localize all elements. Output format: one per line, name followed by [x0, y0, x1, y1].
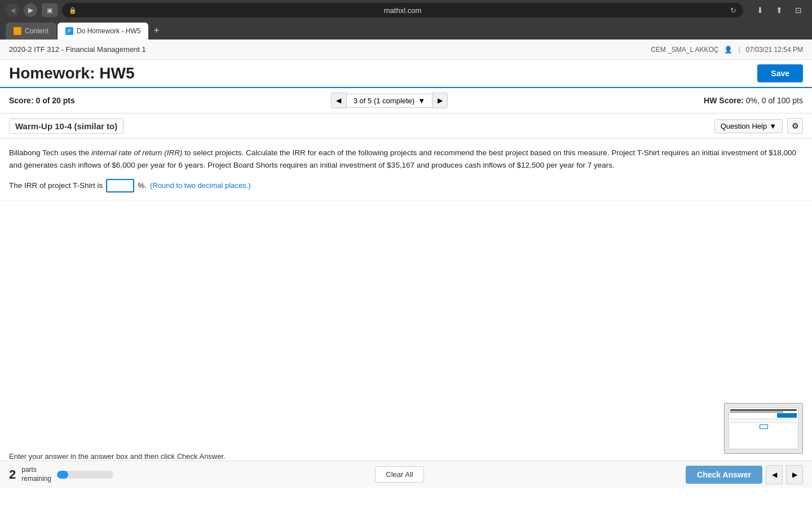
- problem-text: Billabong Tech uses the internal rate of…: [9, 147, 803, 171]
- content-tab-icon: 🟧: [14, 27, 21, 35]
- nav-dropdown-icon: ▼: [418, 97, 425, 105]
- hw-score-display: HW Score: 0%, 0 of 100 pts: [704, 96, 803, 105]
- url-bar[interactable]: 🔒 mathxl.com ↻: [62, 3, 743, 17]
- hint-text: Enter your answer in the answer box and …: [9, 452, 226, 461]
- progress-bar: [57, 471, 113, 479]
- header-divider: |: [738, 46, 740, 54]
- hw-score-label: HW Score:: [704, 96, 744, 105]
- bottom-hint: Enter your answer in the answer box and …: [9, 452, 226, 461]
- prev-question-button[interactable]: ◀: [331, 93, 347, 108]
- check-answer-button[interactable]: Check Answer: [686, 466, 762, 484]
- clear-all-button[interactable]: Clear All: [375, 466, 423, 483]
- download-button[interactable]: ⬇: [752, 3, 768, 17]
- score-value: 0 of 20 pts: [36, 96, 74, 105]
- browser-tabs: 🟧 Content P Do Homework - HW5 +: [0, 20, 812, 40]
- parts-remaining-number: 2: [9, 467, 16, 482]
- footer-next-button[interactable]: ▶: [786, 465, 803, 484]
- score-bar: Score: 0 of 20 pts ◀ 3 of 5 (1 complete)…: [0, 88, 812, 113]
- irr-answer-input[interactable]: [106, 179, 134, 192]
- footer-prev-button[interactable]: ◀: [766, 465, 783, 484]
- tab-content-label: Content: [25, 27, 48, 35]
- lock-icon: 🔒: [69, 7, 77, 14]
- sidebar-button[interactable]: ▣: [42, 3, 58, 17]
- footer-right: Check Answer ◀ ▶: [686, 465, 803, 484]
- progress-bar-fill: [57, 471, 68, 479]
- round-note: (Round to two decimal places.): [150, 180, 250, 192]
- help-dropdown-icon: ▼: [769, 122, 776, 130]
- thumbnail-preview: [724, 403, 803, 454]
- question-title: Warm-Up 10-4 (similar to): [9, 119, 123, 134]
- answer-line: The IRR of project T-Shirt is %. (Round …: [9, 179, 803, 192]
- tab-add-button[interactable]: +: [149, 24, 163, 37]
- homework-title: Homework: HW5: [9, 64, 134, 82]
- question-help-label: Question Help: [721, 122, 767, 130]
- question-position: 3 of 5 (1 complete): [354, 97, 414, 105]
- app-header-right: CEM _SMA_L AKKOÇ 👤 | 07/03/21 12:54 PM: [651, 46, 803, 54]
- share-button[interactable]: ⬆: [771, 3, 787, 17]
- username: CEM _SMA_L AKKOÇ: [651, 46, 718, 54]
- problem-area: Billabong Tech uses the internal rate of…: [0, 139, 812, 201]
- settings-button[interactable]: ⚙: [787, 118, 803, 134]
- question-navigator: ◀ 3 of 5 (1 complete) ▼ ▶: [331, 93, 448, 108]
- course-title: 2020-2 ITF 312 - Financial Management 1: [9, 45, 146, 54]
- percent-sign: %.: [138, 179, 147, 192]
- browser-toolbar: ◀ ▶ ▣ 🔒 mathxl.com ↻ ⬇ ⬆ ⊡: [0, 0, 812, 20]
- app-header: 2020-2 ITF 312 - Financial Management 1 …: [0, 40, 812, 60]
- score-label: Score:: [9, 96, 34, 105]
- hw-score-value: 0%, 0 of 100 pts: [746, 96, 803, 105]
- gear-icon: ⚙: [792, 121, 799, 130]
- question-help-area: Question Help ▼ ⚙: [714, 118, 803, 134]
- fullscreen-button[interactable]: ⊡: [791, 3, 806, 17]
- reload-icon[interactable]: ↻: [730, 6, 736, 15]
- footer-center: Clear All: [375, 466, 423, 483]
- forward-button[interactable]: ▶: [24, 3, 37, 17]
- footer-left: 2 partsremaining: [9, 466, 113, 483]
- tab-homework-label: Do Homework - HW5: [77, 27, 140, 35]
- datetime: 07/03/21 12:54 PM: [746, 46, 803, 54]
- user-icon: 👤: [724, 46, 732, 54]
- back-button[interactable]: ◀: [6, 3, 19, 17]
- app-wrapper: 2020-2 ITF 312 - Financial Management 1 …: [0, 40, 812, 488]
- browser-actions: ⬇ ⬆ ⊡: [752, 3, 806, 17]
- question-header: Warm-Up 10-4 (similar to) Question Help …: [0, 113, 812, 139]
- problem-italic-text: internal rate of return (IRR): [91, 148, 182, 157]
- url-text: mathxl.com: [384, 6, 421, 15]
- browser-chrome: ◀ ▶ ▣ 🔒 mathxl.com ↻ ⬇ ⬆ ⊡ 🟧 Content P D…: [0, 0, 812, 40]
- save-button[interactable]: Save: [757, 64, 803, 82]
- homework-title-bar: Homework: HW5 Save: [0, 60, 812, 88]
- hw-tab-icon: P: [65, 27, 73, 35]
- footer-bar: 2 partsremaining Clear All Check Answer …: [0, 461, 812, 488]
- answer-line-prefix: The IRR of project T-Shirt is: [9, 179, 103, 192]
- question-nav-label[interactable]: 3 of 5 (1 complete) ▼: [347, 94, 432, 108]
- next-question-button[interactable]: ▶: [432, 93, 448, 108]
- question-help-button[interactable]: Question Help ▼: [714, 119, 783, 133]
- tab-content[interactable]: 🟧 Content: [6, 23, 56, 40]
- score-display: Score: 0 of 20 pts: [9, 96, 75, 105]
- parts-remaining-label: partsremaining: [21, 466, 51, 483]
- tab-homework[interactable]: P Do Homework - HW5: [58, 23, 148, 40]
- problem-text-before: Billabong Tech uses the: [9, 148, 91, 157]
